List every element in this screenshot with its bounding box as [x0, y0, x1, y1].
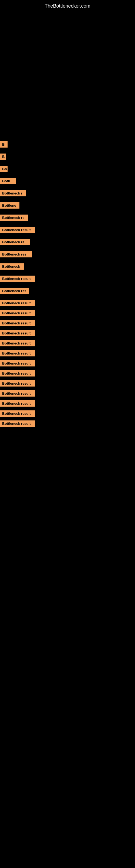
bottleneck-label-1: B [0, 141, 8, 148]
bottleneck-label-7: Bottleneck re [0, 215, 28, 221]
bottleneck-label-18: Bottleneck result [0, 340, 35, 346]
bottleneck-item-19: Bottleneck result [0, 350, 135, 356]
bottleneck-item-16: Bottleneck result [0, 320, 135, 326]
bottleneck-label-20: Bottleneck result [0, 360, 35, 367]
bottleneck-item-24: Bottleneck result [0, 400, 135, 407]
bottleneck-item-2: B [0, 154, 135, 160]
bottleneck-label-3: Bo [0, 166, 8, 172]
bottleneck-item-6: Bottlene [0, 203, 135, 209]
bottleneck-label-2: B [0, 154, 6, 160]
bottleneck-label-9: Bottleneck re [0, 239, 30, 245]
bottleneck-item-7: Bottleneck re [0, 215, 135, 221]
bottleneck-label-26: Bottleneck result [0, 421, 35, 427]
bottleneck-label-6: Bottlene [0, 203, 19, 209]
bottleneck-label-11: Bottleneck [0, 264, 24, 270]
bottleneck-label-17: Bottleneck result [0, 330, 35, 336]
bottleneck-item-17: Bottleneck result [0, 330, 135, 336]
bottleneck-item-13: Bottleneck res [0, 288, 135, 294]
bottleneck-item-10: Bottleneck res [0, 251, 135, 257]
bottleneck-label-8: Bottleneck result [0, 227, 35, 233]
bottleneck-item-9: Bottleneck re [0, 239, 135, 245]
bottleneck-item-21: Bottleneck result [0, 370, 135, 376]
bottleneck-item-25: Bottleneck result [0, 410, 135, 416]
bottleneck-label-16: Bottleneck result [0, 320, 35, 326]
bottleneck-item-1: B [0, 141, 135, 148]
bottleneck-label-4: Bottl [0, 178, 16, 184]
bottleneck-label-21: Bottleneck result [0, 370, 35, 376]
items-container: BBBoBottlBottleneck rBottleneBottleneck … [0, 11, 135, 427]
bottleneck-label-5: Bottleneck r [0, 190, 26, 196]
bottleneck-label-25: Bottleneck result [0, 410, 35, 416]
bottleneck-label-22: Bottleneck result [0, 380, 35, 386]
bottleneck-item-11: Bottleneck [0, 264, 135, 270]
bottleneck-item-3: Bo [0, 166, 135, 172]
site-title: TheBottlenecker.com [0, 0, 135, 11]
bottleneck-item-14: Bottleneck result [0, 300, 135, 306]
bottleneck-item-18: Bottleneck result [0, 340, 135, 346]
bottleneck-item-26: Bottleneck result [0, 421, 135, 427]
bottleneck-item-4: Bottl [0, 178, 135, 184]
bottleneck-label-15: Bottleneck result [0, 310, 35, 316]
bottleneck-label-23: Bottleneck result [0, 390, 35, 397]
bottleneck-item-12: Bottleneck result [0, 276, 135, 282]
bottleneck-item-8: Bottleneck result [0, 227, 135, 233]
bottleneck-label-19: Bottleneck result [0, 350, 35, 356]
page-wrapper: TheBottlenecker.com BBBoBottlBottleneck … [0, 0, 135, 427]
bottleneck-item-22: Bottleneck result [0, 380, 135, 386]
bottleneck-label-10: Bottleneck res [0, 251, 32, 257]
bottleneck-item-20: Bottleneck result [0, 360, 135, 367]
bottleneck-label-12: Bottleneck result [0, 276, 35, 282]
bottleneck-item-23: Bottleneck result [0, 390, 135, 397]
bottleneck-item-15: Bottleneck result [0, 310, 135, 316]
bottleneck-label-24: Bottleneck result [0, 400, 35, 407]
bottleneck-label-13: Bottleneck res [0, 288, 29, 294]
bottleneck-label-14: Bottleneck result [0, 300, 35, 306]
bottleneck-item-5: Bottleneck r [0, 190, 135, 196]
